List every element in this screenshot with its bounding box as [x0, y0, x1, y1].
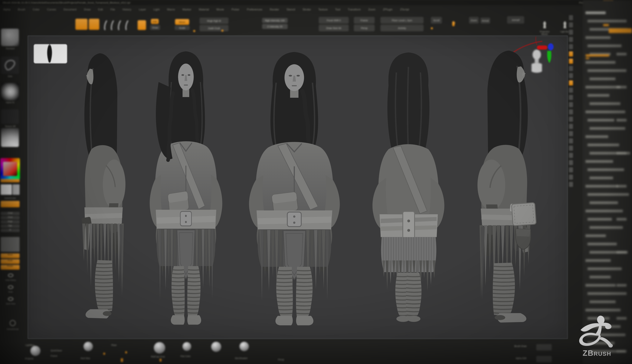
left-row-zsub[interactable]: ZSub	[1, 216, 20, 220]
menu-light[interactable]: Light	[154, 8, 160, 11]
right-strip-chip[interactable]	[569, 15, 573, 20]
right-strip-chip[interactable]	[569, 22, 573, 28]
palette-row-edge-loop[interactable]	[589, 102, 620, 105]
draw-pointer-button[interactable]	[75, 19, 88, 30]
left-row-rgb[interactable]: Rgb	[1, 224, 20, 228]
color-picker[interactable]	[0, 158, 20, 180]
zadd-group[interactable]: Zadd Zsub	[200, 25, 229, 31]
right-strip-chip[interactable]	[569, 73, 573, 78]
activity-group[interactable]: Activity	[380, 24, 424, 31]
bottom-thumb-sphere[interactable]	[239, 342, 249, 351]
right-strip-chip[interactable]	[569, 153, 573, 158]
draw-size-slider[interactable]: Draw Size 64	[319, 24, 349, 31]
z-intensity-slider[interactable]: Z Intensity 25	[262, 24, 288, 29]
menu-curves[interactable]: Curves	[47, 8, 56, 11]
menu-color[interactable]: Color	[33, 8, 40, 11]
menu-document[interactable]: Document	[64, 8, 76, 11]
right-strip-chip[interactable]	[569, 66, 573, 71]
left-icon-2[interactable]: Quick Save	[3, 297, 18, 308]
floor-local-group[interactable]: Floor Local L.Sym	[380, 17, 424, 24]
actual-button[interactable]: Actual	[480, 18, 490, 24]
palette-row-divide[interactable]	[587, 94, 609, 97]
menu-movie[interactable]: Movie	[216, 8, 224, 11]
right-strip-chip[interactable]	[569, 131, 573, 136]
palette-row-polygroups[interactable]	[587, 144, 619, 146]
panel-orange-row[interactable]	[586, 54, 609, 56]
menu-zscript[interactable]: ZScript	[400, 8, 409, 11]
palette-row-visibility[interactable]	[585, 135, 608, 138]
right-strip-chip[interactable]	[569, 116, 573, 122]
menu-render[interactable]: Render	[270, 8, 279, 11]
menu-zoom[interactable]: Zoom	[368, 8, 375, 11]
menu-history[interactable]: History	[122, 8, 131, 11]
palette-row-layers[interactable]	[587, 168, 624, 171]
palette-row-export[interactable]	[587, 44, 621, 47]
right-strip-chip[interactable]	[569, 44, 573, 49]
bottom-thumb-skinshade[interactable]	[211, 342, 221, 352]
right-strip-chip[interactable]	[569, 167, 573, 172]
palette-row-dynamesh[interactable]	[585, 86, 620, 88]
left-orange-rotate[interactable]: Rotate	[1, 265, 20, 270]
right-strip-chip[interactable]	[569, 124, 573, 129]
focal-shift-slider[interactable]: Focal Shift 0	[319, 17, 349, 24]
menu-marker[interactable]: Marker	[183, 8, 191, 11]
left-row-zadd[interactable]: ZAdd	[1, 212, 20, 215]
alpha-thumbnail[interactable]	[1, 83, 19, 100]
secondary-color-swatch[interactable]	[13, 184, 20, 195]
palette-row-tool[interactable]	[585, 12, 606, 14]
bottom-thumb-matcap[interactable]	[154, 342, 165, 354]
palette-row-polypaint[interactable]	[585, 234, 606, 237]
bottom-thumb-lightbox[interactable]	[30, 346, 41, 356]
scroll-button[interactable]: Scroll	[431, 17, 442, 24]
main-color-swatch[interactable]	[1, 184, 12, 195]
menu-file[interactable]: File	[111, 8, 115, 11]
menu-brush[interactable]: Brush	[18, 8, 25, 11]
palette-row-adaptive-skin[interactable]	[589, 276, 611, 278]
palette-row-texture-map[interactable]	[585, 210, 623, 212]
left-row-mrgb[interactable]: Mrgb	[1, 220, 20, 224]
menu-material[interactable]: Material	[199, 8, 209, 11]
brush-thumbnail[interactable]	[1, 29, 19, 46]
left-orange-scale[interactable]: Scale	[1, 259, 20, 264]
palette-row-rigging[interactable]	[585, 284, 616, 287]
rgb-intensity-slider[interactable]: Rgb Intensity 100	[262, 18, 288, 23]
right-strip-chip[interactable]	[569, 146, 573, 151]
menu-tool[interactable]: Tool	[335, 8, 340, 11]
palette-row-deformation[interactable]	[587, 119, 614, 122]
left-icon-0[interactable]: Undo History	[3, 273, 18, 284]
menu-stencil[interactable]: Stencil	[287, 8, 295, 11]
scale-button[interactable]: Scale	[175, 26, 190, 30]
palette-row-unified-skin[interactable]	[587, 268, 622, 270]
stroke-preview-icon[interactable]	[103, 20, 108, 31]
menu-draw[interactable]: Draw	[84, 8, 91, 11]
right-strip-chip[interactable]	[569, 102, 573, 107]
panel-orange-tick[interactable]	[586, 58, 589, 59]
frame-button[interactable]: Frame	[354, 17, 375, 24]
palette-row-preview[interactable]	[587, 243, 617, 245]
bottom-thumb-redwax[interactable]	[84, 342, 93, 351]
palette-row-fibermesh[interactable]	[589, 176, 613, 179]
right-strip-active-chip[interactable]	[569, 59, 573, 64]
panel-orange-chip[interactable]	[603, 24, 609, 26]
palette-row-load-tool[interactable]	[587, 20, 617, 22]
palette-row-uv-map[interactable]	[589, 226, 623, 229]
menu-alpha[interactable]: Alpha	[3, 8, 10, 11]
draw-button[interactable]: Draw	[150, 25, 160, 30]
left-row-m[interactable]: M	[1, 229, 20, 232]
aahalf-button[interactable]: AAHalf	[507, 16, 524, 24]
stroke-preview-icon[interactable]	[125, 20, 129, 31]
palette-row-displacement-map[interactable]	[587, 193, 629, 196]
bottom-right-chip[interactable]	[536, 344, 552, 350]
left-light-block[interactable]	[1, 237, 20, 252]
edit-button[interactable]: Edit	[151, 19, 159, 24]
menu-picker[interactable]: Picker	[232, 8, 239, 11]
texture-thumbnail[interactable]	[1, 109, 19, 124]
palette-row-zremesher[interactable]	[585, 110, 625, 113]
color-picker-square[interactable]	[3, 162, 17, 176]
stroke-thumbnail[interactable]	[1, 56, 19, 74]
menu-zplugin[interactable]: ZPlugin	[383, 8, 393, 11]
palette-row-morph-target[interactable]	[585, 160, 613, 163]
palette-row-import-settings[interactable]	[587, 292, 626, 295]
right-strip-chip[interactable]	[569, 160, 573, 165]
panel-orange-button[interactable]	[609, 28, 632, 33]
